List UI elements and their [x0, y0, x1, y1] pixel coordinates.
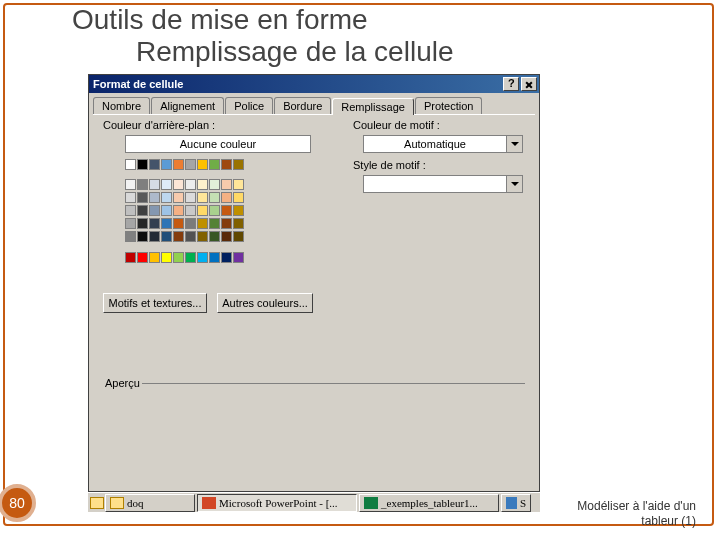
dialog-tabs: Nombre Alignement Police Bordure Remplis… [89, 93, 539, 114]
close-button[interactable] [521, 77, 537, 91]
color-swatch[interactable] [185, 218, 196, 229]
color-swatch[interactable] [173, 205, 184, 216]
color-swatch[interactable] [185, 192, 196, 203]
color-swatch[interactable] [149, 159, 160, 170]
color-swatch[interactable] [137, 231, 148, 242]
color-swatch[interactable] [233, 252, 244, 263]
color-swatch[interactable] [161, 179, 172, 190]
color-swatch[interactable] [221, 231, 232, 242]
no-color-button[interactable]: Aucune couleur [125, 135, 311, 153]
color-swatch[interactable] [125, 231, 136, 242]
slide-footer: Modéliser à l'aide d'un tableur (1) [577, 499, 696, 528]
color-swatch[interactable] [209, 218, 220, 229]
color-swatch[interactable] [161, 192, 172, 203]
pattern-style-label: Style de motif : [353, 159, 426, 171]
fill-effects-button[interactable]: Motifs et textures... [103, 293, 207, 313]
color-swatch[interactable] [125, 205, 136, 216]
color-swatch[interactable] [149, 179, 160, 190]
color-swatch[interactable] [221, 192, 232, 203]
color-swatch[interactable] [161, 231, 172, 242]
color-swatch[interactable] [137, 218, 148, 229]
tab-fill[interactable]: Remplissage [332, 98, 414, 115]
color-swatch[interactable] [173, 159, 184, 170]
color-swatch[interactable] [209, 159, 220, 170]
color-swatch[interactable] [197, 179, 208, 190]
color-swatch[interactable] [161, 159, 172, 170]
color-swatch[interactable] [233, 231, 244, 242]
color-swatch[interactable] [161, 218, 172, 229]
color-swatch[interactable] [185, 231, 196, 242]
color-swatch[interactable] [149, 231, 160, 242]
pattern-color-combo[interactable]: Automatique [363, 135, 523, 153]
dialog-titlebar[interactable]: Format de cellule [89, 75, 539, 93]
color-swatch[interactable] [185, 159, 196, 170]
color-swatch[interactable] [197, 205, 208, 216]
color-row [125, 192, 244, 203]
color-row [125, 218, 244, 229]
color-swatch[interactable] [173, 231, 184, 242]
fill-panel: Couleur d'arrière-plan : Aucune couleur … [93, 114, 535, 458]
tab-border[interactable]: Bordure [274, 97, 331, 114]
color-swatch[interactable] [173, 192, 184, 203]
help-button[interactable] [503, 77, 519, 91]
color-swatch[interactable] [125, 179, 136, 190]
color-swatch[interactable] [209, 231, 220, 242]
more-colors-button[interactable]: Autres couleurs... [217, 293, 313, 313]
pattern-style-combo[interactable] [363, 175, 523, 193]
color-swatch[interactable] [185, 179, 196, 190]
color-swatch[interactable] [221, 252, 232, 263]
color-swatch[interactable] [209, 205, 220, 216]
folder-icon [110, 497, 124, 509]
color-swatch[interactable] [197, 231, 208, 242]
color-swatch[interactable] [209, 179, 220, 190]
color-swatch[interactable] [221, 179, 232, 190]
color-swatch[interactable] [137, 252, 148, 263]
color-swatch[interactable] [161, 252, 172, 263]
color-swatch[interactable] [125, 252, 136, 263]
color-swatch[interactable] [233, 205, 244, 216]
color-swatch[interactable] [197, 218, 208, 229]
slide-title-2: Remplissage de la cellule [136, 36, 454, 68]
color-swatch[interactable] [173, 218, 184, 229]
color-swatch[interactable] [173, 179, 184, 190]
taskbar-item-3[interactable]: _exemples_tableur1... [359, 494, 499, 512]
color-swatch[interactable] [125, 159, 136, 170]
color-swatch[interactable] [185, 252, 196, 263]
color-swatch[interactable] [221, 218, 232, 229]
tab-protection[interactable]: Protection [415, 97, 483, 114]
tab-font[interactable]: Police [225, 97, 273, 114]
color-swatch[interactable] [149, 252, 160, 263]
color-swatch[interactable] [197, 192, 208, 203]
color-swatch[interactable] [173, 252, 184, 263]
chevron-down-icon[interactable] [506, 176, 522, 192]
color-swatch[interactable] [125, 218, 136, 229]
tab-number[interactable]: Nombre [93, 97, 150, 114]
color-swatch[interactable] [197, 159, 208, 170]
chevron-down-icon[interactable] [506, 136, 522, 152]
taskbar-item-4[interactable]: S [501, 494, 531, 512]
color-row [125, 252, 244, 263]
color-swatch[interactable] [209, 252, 220, 263]
color-swatch[interactable] [149, 218, 160, 229]
color-swatch[interactable] [149, 205, 160, 216]
color-swatch[interactable] [137, 159, 148, 170]
color-swatch[interactable] [137, 205, 148, 216]
color-swatch[interactable] [209, 192, 220, 203]
color-swatch[interactable] [233, 218, 244, 229]
color-swatch[interactable] [221, 159, 232, 170]
color-swatch[interactable] [233, 179, 244, 190]
taskbar-item-2[interactable]: Microsoft PowerPoint - [... [197, 494, 357, 512]
tab-alignment[interactable]: Alignement [151, 97, 224, 114]
pattern-color-label: Couleur de motif : [353, 119, 440, 131]
color-swatch[interactable] [233, 192, 244, 203]
color-swatch[interactable] [185, 205, 196, 216]
color-swatch[interactable] [125, 192, 136, 203]
color-swatch[interactable] [149, 192, 160, 203]
color-swatch[interactable] [233, 159, 244, 170]
color-swatch[interactable] [161, 205, 172, 216]
taskbar-item-1[interactable]: doq [105, 494, 195, 512]
color-swatch[interactable] [137, 192, 148, 203]
color-swatch[interactable] [221, 205, 232, 216]
color-swatch[interactable] [137, 179, 148, 190]
color-swatch[interactable] [197, 252, 208, 263]
